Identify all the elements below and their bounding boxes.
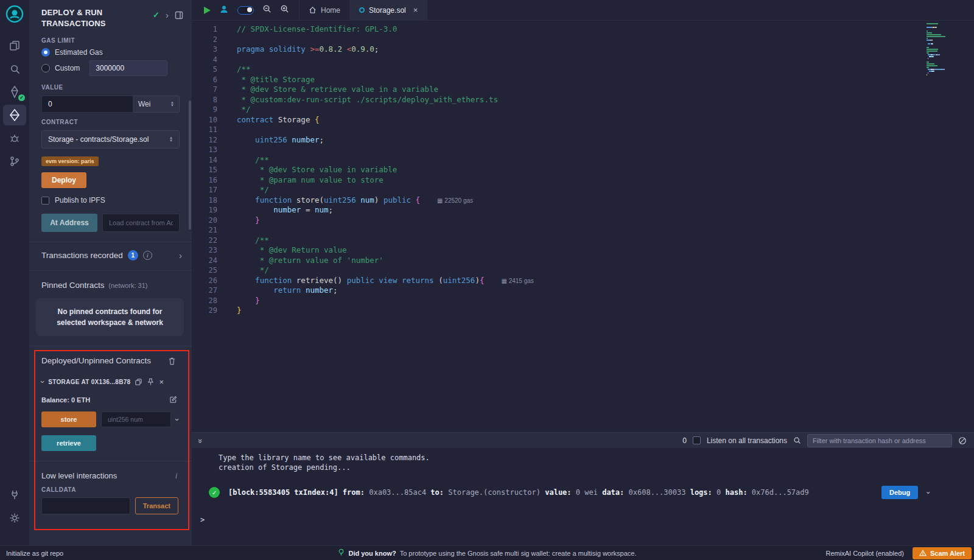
transactions-recorded-label: Transactions recorded — [41, 251, 123, 260]
close-tab-icon[interactable]: × — [413, 5, 418, 15]
plugin-manager-icon[interactable] — [3, 485, 26, 505]
terminal-tx-count: 0 — [682, 436, 687, 445]
value-unit-select[interactable]: Wei ▲▼ — [133, 96, 180, 113]
expand-args-chevron-icon[interactable]: › — [172, 418, 181, 421]
at-address-input[interactable] — [102, 214, 180, 232]
select-arrows-icon: ▲▼ — [170, 101, 174, 107]
tip-title: Did you know? — [348, 550, 396, 557]
panel-chevron-icon[interactable]: › — [166, 10, 169, 20]
gutter: 1234567891011121314151617181920212223242… — [192, 24, 227, 316]
publish-ipfs-checkbox[interactable] — [41, 197, 49, 205]
value-input[interactable] — [41, 96, 133, 113]
terminal-prompt: > — [192, 516, 974, 524]
remix-ide-window: ✓ DEPLOY & RUN TRANSACTIONS ✓ › — [0, 0, 974, 560]
terminal-search-icon — [793, 436, 801, 444]
tx-expand-chevron-icon[interactable]: › — [925, 490, 934, 495]
calldata-label: CALLDATA — [29, 480, 192, 495]
contract-select[interactable]: Storage - contracts/Storage.sol ▲▼ — [41, 130, 180, 149]
main-area: Home Storage.sol × 123456789101112131415… — [192, 0, 974, 545]
transaction-log-row[interactable]: ✓ [block:5583405 txIndex:4] from: 0xa03.… — [192, 483, 974, 502]
listen-all-transactions-checkbox[interactable] — [693, 436, 701, 444]
transact-button[interactable]: Transact — [135, 497, 178, 514]
custom-gas-radio[interactable] — [41, 64, 50, 72]
deploy-button[interactable]: Deploy — [41, 172, 86, 188]
estimated-gas-radio[interactable] — [41, 48, 50, 57]
store-arg-input[interactable] — [101, 411, 171, 427]
estimated-gas-label: Estimated Gas — [55, 48, 103, 57]
expand-terminal-chevrons-icon[interactable]: » — [196, 439, 205, 442]
home-icon — [309, 6, 317, 14]
debugger-icon[interactable] — [3, 128, 26, 149]
remix-logo-icon[interactable] — [5, 5, 24, 26]
pin-contract-icon[interactable] — [147, 378, 155, 386]
debug-button[interactable]: Debug — [881, 486, 918, 499]
scam-alert-badge[interactable]: Scam Alert — [913, 547, 972, 559]
code-editor[interactable]: 1234567891011121314151617181920212223242… — [192, 21, 974, 432]
lightbulb-icon — [337, 548, 345, 558]
remove-contract-icon[interactable]: × — [159, 379, 164, 385]
pinned-empty-message: No pinned contracts found for selected w… — [36, 298, 184, 336]
custom-gas-label: Custom — [55, 64, 80, 72]
contract-balance: Balance: 0 ETH — [41, 396, 90, 404]
listen-all-transactions-label: Listen on all transactions — [707, 436, 787, 445]
calldata-input[interactable] — [41, 497, 130, 514]
at-address-button[interactable]: At Address — [41, 214, 97, 232]
contract-label: CONTRACT — [29, 113, 192, 128]
publish-ipfs-label: Publish to IPFS — [55, 196, 105, 205]
copy-address-icon[interactable] — [135, 378, 142, 386]
transactions-expand-chevron-icon[interactable]: › — [179, 250, 182, 261]
warning-triangle-icon — [919, 550, 927, 556]
clear-console-icon[interactable] — [958, 436, 967, 445]
run-script-play-icon[interactable] — [204, 7, 211, 14]
transaction-filter-input[interactable] — [807, 434, 952, 447]
deployed-contracts-section: Deployed/Unpinned Contracts › STORAGE AT… — [29, 346, 192, 530]
low-level-interactions-label: Low level interactions — [41, 471, 117, 480]
status-bar: Initialize as git repo Did you know? To … — [0, 545, 974, 560]
settings-gear-icon[interactable] — [3, 508, 26, 528]
deploy-run-panel: DEPLOY & RUN TRANSACTIONS ✓ › GAS LIMIT … — [29, 0, 192, 545]
tab-storage-sol[interactable]: Storage.sol × — [350, 0, 427, 20]
git-init-status[interactable]: Initialize as git repo — [0, 550, 63, 557]
evm-version-badge: evm version: paris — [41, 156, 99, 166]
pinned-contracts-title: Pinned Contracts — [41, 281, 105, 290]
tip-text: To prototype using the Gnosis safe multi… — [400, 550, 637, 557]
terminal-line: Type the library name to see available c… — [192, 453, 974, 463]
file-explorer-icon[interactable] — [3, 35, 26, 56]
panel-title: DEPLOY & RUN TRANSACTIONS — [41, 7, 134, 29]
solidity-file-icon — [359, 7, 365, 13]
pinned-network-label: (network: 31) — [108, 282, 147, 289]
zoom-out-icon[interactable] — [262, 4, 272, 16]
info-icon[interactable]: i — [143, 251, 152, 260]
tx-success-check-icon: ✓ — [209, 487, 220, 498]
zoom-in-icon[interactable] — [280, 4, 289, 16]
deployed-contract-header: STORAGE AT 0X136...8B78 — [48, 379, 130, 385]
terminal-toolbar: » 0 Listen on all transactions — [192, 432, 974, 448]
store-function-button[interactable]: store — [41, 411, 96, 427]
copilot-status[interactable]: RemixAI Copilot (enabled) — [826, 550, 904, 557]
tx-log-text: [block:5583405 txIndex:4] from: 0xa03...… — [228, 488, 873, 497]
edit-balance-icon[interactable] — [169, 396, 177, 404]
code-lines: // SPDX-License-Identifier: GPL-3.0pragm… — [237, 24, 919, 316]
retrieve-function-button[interactable]: retrieve — [41, 435, 96, 451]
minimap[interactable] — [927, 23, 967, 76]
deploy-and-run-icon[interactable] — [3, 105, 26, 125]
panel-check-icon: ✓ — [153, 10, 159, 19]
git-icon[interactable] — [3, 151, 26, 172]
contract-expand-chevron-icon[interactable]: › — [38, 380, 47, 383]
value-label: VALUE — [29, 78, 192, 93]
gas-limit-label: GAS LIMIT — [29, 31, 192, 46]
trash-icon[interactable] — [168, 357, 176, 365]
low-level-info-icon[interactable]: i — [175, 472, 177, 480]
custom-gas-input[interactable] — [89, 60, 167, 76]
icon-sidebar: ✓ — [0, 0, 29, 545]
terminal-line: creation of Storage pending... — [192, 463, 974, 472]
terminal[interactable]: Type the library name to see available c… — [192, 448, 974, 545]
panel-scrollbar[interactable] — [189, 100, 191, 229]
solidity-compiler-icon[interactable]: ✓ — [3, 82, 26, 102]
search-icon[interactable] — [3, 58, 26, 79]
pin-panel-icon[interactable] — [175, 11, 183, 19]
tab-home[interactable]: Home — [300, 0, 350, 20]
deployed-contracts-title: Deployed/Unpinned Contracts — [41, 356, 151, 365]
copilot-toggle[interactable] — [237, 6, 254, 15]
assistant-user-icon[interactable] — [219, 4, 229, 16]
